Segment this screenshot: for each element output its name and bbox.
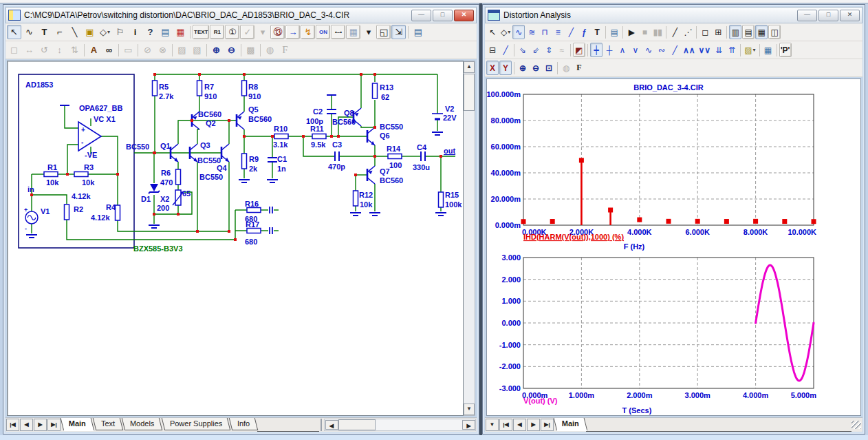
resistor[interactable] <box>44 172 58 177</box>
ihd-marker[interactable] <box>695 219 700 224</box>
find-part-button[interactable]: A <box>87 43 101 57</box>
ihd-marker[interactable] <box>782 219 787 224</box>
scroll-up-button[interactable]: ▲ <box>464 61 475 73</box>
resistor[interactable] <box>242 81 247 96</box>
fft-button[interactable]: ƒ <box>578 25 590 39</box>
pnp-transistor[interactable] <box>367 166 375 184</box>
numeric-output-button[interactable]: ▦ <box>762 43 774 57</box>
schematic-hscrollbar[interactable]: ◀▶ <box>324 419 476 431</box>
ihd-marker[interactable] <box>521 219 526 224</box>
ihd-marker[interactable] <box>579 158 584 163</box>
resistor[interactable] <box>176 169 181 185</box>
bottom-cursor-button[interactable]: ⇊ <box>713 43 725 57</box>
select-region-tool[interactable]: ◻ <box>699 25 711 39</box>
manual-scale-button[interactable]: ⊓ <box>539 25 551 39</box>
resistor[interactable] <box>74 172 88 177</box>
go-to-inflection-button[interactable]: ╱ <box>669 43 681 57</box>
shape-picker-tool-dropdown[interactable]: ▾ <box>508 29 510 35</box>
pnp-transistor[interactable] <box>237 112 244 129</box>
tab-models[interactable]: Models <box>122 418 163 430</box>
vscroll-track[interactable] <box>464 111 475 404</box>
data-points-button[interactable]: ≡ <box>552 25 564 39</box>
go-to-peak-button[interactable]: ∧ <box>616 43 629 57</box>
hatch-column-toggle[interactable]: ◫ <box>768 25 781 39</box>
resistor[interactable] <box>373 83 378 98</box>
page-nav-button-0[interactable]: |◀ <box>6 419 19 431</box>
opamp-symbol[interactable]: +- <box>78 122 101 151</box>
ihd-marker[interactable] <box>812 219 816 224</box>
ihd-marker[interactable] <box>753 219 758 224</box>
x-axis-scale-button[interactable]: X <box>486 61 499 75</box>
resistor[interactable] <box>116 205 120 220</box>
go-to-valley-button[interactable]: ∨ <box>629 43 642 57</box>
hatch-vertical-toggle[interactable]: ▥ <box>729 25 741 39</box>
zoom-window-button[interactable]: ⊡ <box>543 61 555 75</box>
vscroll-thumb[interactable] <box>464 74 475 111</box>
shape-picker-tool[interactable]: ◇▾ <box>98 25 112 39</box>
close-button[interactable]: ✕ <box>454 10 474 21</box>
measure-tool[interactable]: ⋰ <box>682 25 694 39</box>
minimize-button[interactable]: — <box>411 10 431 21</box>
tab-text[interactable]: Text <box>93 418 124 430</box>
ihd-marker[interactable] <box>724 219 729 224</box>
capacitor[interactable] <box>327 109 336 114</box>
zoom-out-button[interactable]: ⊖ <box>224 43 239 57</box>
zoom-in-button[interactable]: ⊕ <box>517 61 529 75</box>
scroll-down-button[interactable]: ▼ <box>464 404 475 415</box>
help-mode-tool[interactable]: ? <box>143 25 158 39</box>
shape-picker-tool-dropdown[interactable]: ▾ <box>107 29 110 35</box>
resistor[interactable] <box>197 81 202 96</box>
global-low-button[interactable]: ∨∨ <box>697 43 713 57</box>
ihd-legend[interactable]: IHD(HARM(V(out)),1000) (%) <box>523 233 624 241</box>
connector-capacitor[interactable] <box>270 207 272 213</box>
resistor[interactable] <box>247 208 261 213</box>
split-plot-button[interactable]: ⊟ <box>486 43 499 57</box>
scope-mode-button[interactable]: ≋ <box>525 25 538 39</box>
pin-connection-toggle[interactable]: •–• <box>331 25 345 39</box>
maximize-button[interactable]: □ <box>433 10 453 21</box>
text-tool[interactable]: T <box>591 25 603 39</box>
grid-annotation-tool[interactable]: ⊞ <box>712 25 724 39</box>
schematic-canvas[interactable]: +-AD1853OPA627_BBVC X1-VER110kR310kin4.1… <box>7 61 464 416</box>
tab-power-supplies[interactable]: Power Supplies <box>161 418 230 430</box>
disable-parts-icon[interactable]: ▦ <box>173 25 188 39</box>
zoom-in-button[interactable]: ⊕ <box>209 43 224 57</box>
resistor[interactable] <box>65 205 69 220</box>
flag-tool[interactable]: ⚐ <box>113 25 127 39</box>
line-tool[interactable]: ╲ <box>67 25 82 39</box>
page-nav-button-2[interactable]: ▶ <box>34 419 47 431</box>
top-cursor-button[interactable]: ⇈ <box>726 43 738 57</box>
slope-tool[interactable]: ╱ <box>499 43 512 57</box>
condition-display-toggle[interactable]: ON <box>316 25 330 39</box>
zener-diode-d1[interactable] <box>149 184 160 193</box>
ihd-marker[interactable] <box>608 208 613 213</box>
capacitor[interactable] <box>421 151 425 161</box>
tracker-button[interactable]: ╱ <box>565 25 577 39</box>
page-nav-button-3[interactable]: ▶ <box>527 419 540 431</box>
hatch-horizontal-toggle[interactable]: ▤ <box>742 25 755 39</box>
analysis-plot-area[interactable]: BRIO_DAC_3-4.CIR100.000m80.000m60.000m40… <box>486 78 861 416</box>
line-annotation-tool[interactable]: ╱ <box>669 25 681 39</box>
resistor[interactable] <box>312 134 326 139</box>
page-nav-button-2[interactable]: ◀ <box>513 419 526 431</box>
hscroll-thumb[interactable] <box>338 419 376 430</box>
attribute-display-toggle[interactable]: R1 <box>210 25 224 39</box>
color-palette-button-dropdown[interactable]: ▾ <box>753 47 756 53</box>
grid-dropdown[interactable]: ▾ <box>361 25 376 39</box>
node-voltage-toggle[interactable]: ⑬ <box>270 25 285 39</box>
ihd-marker[interactable] <box>550 219 555 224</box>
grid-display-toggle[interactable]: ▦ <box>346 25 360 39</box>
resistor[interactable] <box>153 81 158 96</box>
go-to-high-button[interactable]: ∿ <box>642 43 655 57</box>
resistor[interactable] <box>354 191 358 206</box>
hscroll-track[interactable] <box>376 419 462 430</box>
p-key-button[interactable]: 'P' <box>779 43 792 57</box>
page-nav-button-0[interactable]: ▼ <box>486 419 499 431</box>
minimize-button[interactable]: — <box>797 10 817 21</box>
resistor[interactable] <box>388 154 402 159</box>
page-nav-button-3[interactable]: ▶| <box>47 419 61 431</box>
run-button[interactable]: ▶ <box>625 25 638 39</box>
tab-info[interactable]: Info <box>229 418 259 430</box>
close-button[interactable]: ✕ <box>840 10 860 21</box>
hatch-grid-toggle[interactable]: ▦ <box>755 25 768 39</box>
